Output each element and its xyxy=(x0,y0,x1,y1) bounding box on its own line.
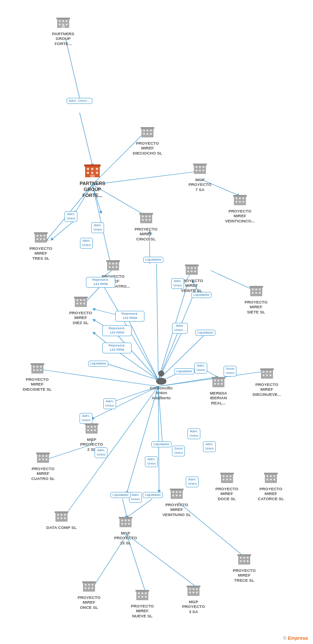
role-adm-unico-veinticuatro[interactable]: Adm.Unico... xyxy=(172,323,188,334)
svg-rect-118 xyxy=(185,264,199,266)
node-proyecto-miref-5: PROYECTO MIREF CINCO SL xyxy=(130,210,162,241)
svg-rect-72 xyxy=(147,130,148,131)
role-liquidador-mgp15[interactable]: Liquidador xyxy=(110,492,131,498)
svg-rect-70 xyxy=(141,127,154,129)
svg-line-32 xyxy=(127,386,158,493)
role-liquidador-veinticuatro[interactable]: Liquidador xyxy=(195,330,215,336)
role-liquidador-5[interactable]: Liquidador xyxy=(143,257,163,263)
svg-rect-240 xyxy=(135,590,149,592)
svg-line-26 xyxy=(39,369,158,386)
svg-rect-178 xyxy=(42,455,44,457)
svg-rect-65 xyxy=(87,172,89,174)
svg-rect-120 xyxy=(191,267,193,269)
svg-rect-99 xyxy=(40,238,42,240)
svg-rect-254 xyxy=(196,592,198,593)
svg-rect-238 xyxy=(92,587,93,589)
svg-rect-221 xyxy=(125,523,126,525)
node-proyecto-miref-25: PROYECTO MIREF VEINTICINCO... xyxy=(223,192,257,223)
svg-rect-79 xyxy=(196,166,197,168)
svg-rect-169 xyxy=(87,426,89,428)
role-adm-unico-20[interactable]: Adm.Unico xyxy=(171,278,184,289)
svg-rect-165 xyxy=(266,374,268,376)
svg-rect-73 xyxy=(150,130,152,131)
role-adm-unico-12b[interactable]: Adm.Unico xyxy=(203,441,216,452)
svg-rect-110 xyxy=(106,260,120,262)
role-represent-c[interactable]: Represent.143 RRM xyxy=(102,325,132,336)
svg-rect-186 xyxy=(176,491,178,493)
node-proyecto-miref-19: PROYECTO MIREF DIECINUEVE... xyxy=(249,366,285,397)
node-meridia-iberian: MERIDIA IBERIAN REAL... xyxy=(201,374,236,405)
label-proyecto-miref-7: PROYECTO MIREF SIETE SL xyxy=(245,300,267,314)
svg-rect-94 xyxy=(34,232,48,234)
svg-rect-176 xyxy=(36,453,50,454)
role-represent-d[interactable]: Represent.143 RRM xyxy=(102,343,132,353)
svg-rect-166 xyxy=(270,374,271,376)
svg-rect-102 xyxy=(139,213,153,215)
svg-rect-243 xyxy=(145,592,147,594)
svg-rect-185 xyxy=(172,491,174,493)
svg-rect-204 xyxy=(267,479,268,480)
svg-rect-122 xyxy=(187,270,189,272)
label-mgp-proyecto-3: MGP PROYECTO 3 SA xyxy=(182,599,205,614)
svg-rect-59 xyxy=(61,25,65,28)
svg-rect-174 xyxy=(94,429,96,431)
svg-rect-154 xyxy=(218,380,219,381)
svg-rect-71 xyxy=(143,130,145,131)
svg-rect-86 xyxy=(233,195,247,197)
svg-rect-182 xyxy=(46,459,47,460)
svg-rect-76 xyxy=(150,133,152,135)
svg-line-0 xyxy=(65,38,80,98)
role-represent-b[interactable]: Represent.143 RRM xyxy=(115,311,144,322)
svg-rect-234 xyxy=(88,584,90,586)
copyright: © Empresa xyxy=(283,635,308,641)
svg-rect-56 xyxy=(59,24,61,25)
role-liquidador-meridia[interactable]: Liquidador xyxy=(174,368,194,374)
label-proyecto-miref-17: PROYECTO MIREF DIECISIETE SL xyxy=(23,377,52,392)
node-proyecto-miref-21: PROYECTO MIREF VEINTIUNO SL xyxy=(159,486,194,517)
role-adm-unico-12[interactable]: Adm.Unico xyxy=(187,428,200,439)
svg-rect-68 xyxy=(90,175,95,177)
svg-rect-116 xyxy=(116,266,117,268)
role-adm-unico-mgp2c[interactable]: Adm.Unico xyxy=(95,447,107,458)
svg-rect-228 xyxy=(240,560,242,562)
role-adm-unico-c[interactable]: Adm.Unico xyxy=(80,238,93,249)
svg-rect-162 xyxy=(266,371,268,373)
svg-rect-148 xyxy=(40,369,42,371)
svg-rect-189 xyxy=(176,495,178,496)
role-adm-unico-mgp15[interactable]: Adm.Unico xyxy=(129,492,142,503)
role-liquidador-17[interactable]: Liquidador xyxy=(88,361,108,367)
svg-rect-143 xyxy=(33,366,35,368)
svg-rect-74 xyxy=(143,133,145,135)
svg-rect-121 xyxy=(194,267,196,269)
role-liquidador-20[interactable]: Liquidador xyxy=(191,292,212,298)
role-adm-unico-mgp2[interactable]: Adm.Unico xyxy=(103,398,116,409)
node-partners-group-main: PARTNERS GROUP FORTE... xyxy=(75,161,110,198)
label-proyecto-miref-18: PROYECTO MIREF DIECIOCHO SL xyxy=(133,141,163,155)
svg-rect-89 xyxy=(242,197,244,199)
role-liquidador-21[interactable]: Liquidador xyxy=(151,441,172,447)
svg-rect-218 xyxy=(125,519,126,521)
role-adm-unico-top[interactable]: Adm. Unico.... xyxy=(67,98,92,104)
svg-rect-244 xyxy=(138,596,140,598)
role-socio-unico-21[interactable]: SocioÚnico xyxy=(172,446,185,456)
role-adm-unico-a[interactable]: Adm.Unico xyxy=(64,211,77,222)
svg-rect-252 xyxy=(189,592,191,593)
role-adm-unico-meridia[interactable]: Adm.Unico xyxy=(194,363,207,374)
role-adm-unico-b[interactable]: Adm.Unico xyxy=(91,222,104,233)
svg-rect-145 xyxy=(40,366,42,368)
svg-rect-194 xyxy=(226,475,228,477)
svg-rect-147 xyxy=(37,369,38,371)
svg-rect-144 xyxy=(37,366,38,368)
label-proyecto-miref-5: PROYECTO MIREF CINCO SL xyxy=(135,227,157,241)
svg-rect-187 xyxy=(179,491,181,493)
role-represent-a[interactable]: Represent.143 RRM xyxy=(86,277,115,288)
node-proyecto-miref-10: PROYECTO MIREF DIEZ SL xyxy=(62,294,99,325)
svg-rect-119 xyxy=(187,267,189,269)
svg-rect-190 xyxy=(179,495,181,496)
svg-rect-188 xyxy=(172,495,174,496)
label-proyecto-miref-9: PROYECTO MIREF NUEVE SL xyxy=(131,604,153,618)
svg-rect-195 xyxy=(230,475,231,477)
svg-rect-146 xyxy=(33,369,35,371)
svg-rect-198 xyxy=(230,479,231,480)
role-adm-unico-21[interactable]: Adm.Unico xyxy=(145,456,158,467)
